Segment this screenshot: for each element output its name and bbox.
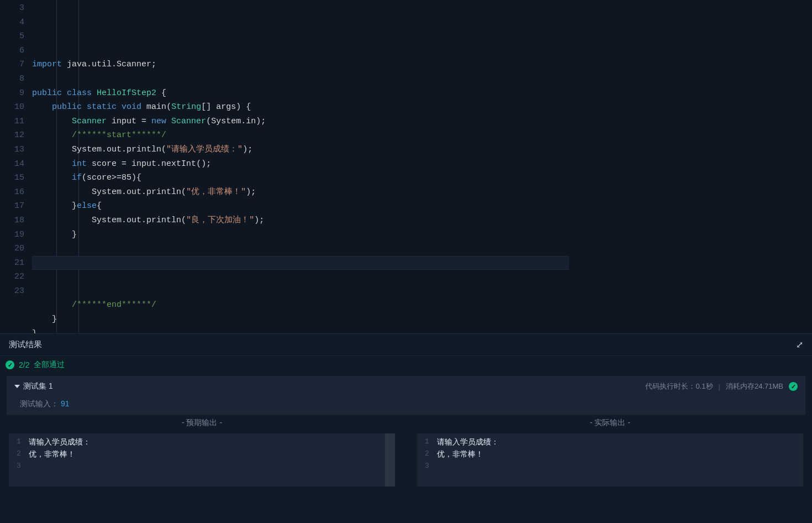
code-line[interactable]: Scanner input = new Scanner(System.in); bbox=[32, 114, 690, 129]
code-line[interactable]: }else{ bbox=[32, 199, 690, 213]
line-number: 23 bbox=[0, 284, 24, 299]
actual-label: - 实际输出 - bbox=[415, 415, 805, 433]
output-line bbox=[437, 460, 803, 472]
code-line[interactable]: int score = input.nextInt(); bbox=[32, 157, 690, 171]
code-line[interactable]: System.out.println("优，非常棒！"); bbox=[32, 185, 690, 200]
code-line[interactable] bbox=[32, 242, 690, 256]
separator: | bbox=[719, 383, 720, 391]
testset-input-row: 测试输入： 91 bbox=[7, 397, 805, 415]
actual-output-box[interactable]: 123 请输入学员成绩：优，非常棒！ bbox=[417, 433, 803, 487]
exec-time: 代码执行时长：0.1秒 bbox=[645, 381, 713, 391]
test-results-panel: 测试结果 ⤢ ✓ 2/2 全部通过 测试集 1 代码执行时长：0.1秒 | 消耗… bbox=[0, 333, 812, 523]
output-line bbox=[29, 460, 395, 472]
code-line[interactable] bbox=[32, 284, 690, 299]
code-line[interactable]: } bbox=[32, 327, 690, 333]
output-line: 请输入学员成绩： bbox=[29, 436, 395, 448]
memory-usage: 消耗内存24.71MB bbox=[726, 381, 783, 391]
expected-output-col: - 预期输出 - 123 请输入学员成绩：优，非常棒！ bbox=[7, 415, 397, 487]
line-number: 15 bbox=[0, 171, 24, 185]
line-number-gutter: 34567891011121314151617181920212223 bbox=[0, 0, 32, 333]
results-header: 测试结果 ⤢ bbox=[0, 334, 812, 356]
output-line: 优，非常棒！ bbox=[29, 448, 395, 460]
expand-icon[interactable]: ⤢ bbox=[796, 339, 803, 351]
status-text: 全部通过 bbox=[34, 360, 65, 370]
code-line[interactable]: /******end******/ bbox=[32, 298, 690, 312]
line-number: 12 bbox=[0, 128, 24, 143]
code-line[interactable]: System.out.println("良，下次加油！"); bbox=[32, 213, 690, 228]
actual-output-col: - 实际输出 - 123 请输入学员成绩：优，非常棒！ bbox=[415, 415, 805, 487]
line-number: 21 bbox=[0, 256, 24, 270]
line-number: 5 bbox=[0, 29, 24, 44]
scrollbar[interactable] bbox=[385, 433, 395, 487]
line-number: 7 bbox=[0, 57, 24, 72]
expected-output-box[interactable]: 123 请输入学员成绩：优，非常棒！ bbox=[9, 433, 395, 487]
output-line: 优，非常棒！ bbox=[437, 448, 803, 460]
line-number: 13 bbox=[0, 143, 24, 157]
line-number: 8 bbox=[0, 72, 24, 86]
input-label: 测试输入： bbox=[20, 399, 59, 408]
code-line[interactable]: public static void main(String[] args) { bbox=[32, 100, 690, 114]
testset-title: 测试集 1 bbox=[23, 381, 53, 391]
line-number: 14 bbox=[0, 157, 24, 171]
code-line[interactable]: System.out.println("请输入学员成绩："); bbox=[32, 143, 690, 157]
code-line[interactable]: import java.util.Scanner; bbox=[32, 57, 690, 72]
code-line[interactable]: public class HelloIfStep2 { bbox=[32, 86, 690, 101]
line-number: 16 bbox=[0, 185, 24, 200]
line-number: 17 bbox=[0, 199, 24, 213]
results-title: 测试结果 bbox=[9, 339, 42, 350]
output-line: 请输入学员成绩： bbox=[437, 436, 803, 448]
code-line[interactable]: } bbox=[32, 228, 690, 242]
chevron-down-icon bbox=[14, 385, 20, 388]
line-number: 2 bbox=[9, 448, 29, 460]
outputs-row: - 预期输出 - 123 请输入学员成绩：优，非常棒！ - 实际输出 - 123… bbox=[7, 415, 805, 487]
line-number: 3 bbox=[417, 460, 437, 472]
code-line[interactable]: if(score>=85){ bbox=[32, 171, 690, 185]
code-body[interactable]: import java.util.Scanner; public class H… bbox=[32, 0, 812, 333]
status-bar: ✓ 2/2 全部通过 bbox=[0, 356, 812, 374]
line-number: 19 bbox=[0, 228, 24, 242]
input-value: 91 bbox=[61, 399, 70, 408]
line-number: 3 bbox=[9, 460, 29, 472]
expected-label: - 预期输出 - bbox=[7, 415, 397, 433]
code-line[interactable]: } bbox=[32, 312, 690, 327]
code-line[interactable] bbox=[32, 270, 690, 284]
line-number: 11 bbox=[0, 114, 24, 129]
line-number: 18 bbox=[0, 213, 24, 228]
line-number: 9 bbox=[0, 86, 24, 101]
code-line[interactable]: /******start******/ bbox=[32, 128, 690, 143]
line-number: 20 bbox=[0, 242, 24, 256]
line-number: 1 bbox=[9, 436, 29, 448]
line-number: 3 bbox=[0, 1, 24, 15]
code-editor[interactable]: 34567891011121314151617181920212223 impo… bbox=[0, 0, 812, 333]
status-count: 2/2 bbox=[19, 360, 29, 369]
line-number: 10 bbox=[0, 100, 24, 114]
line-number: 1 bbox=[417, 436, 437, 448]
testset-block: 测试集 1 代码执行时长：0.1秒 | 消耗内存24.71MB ✓ 测试输入： … bbox=[7, 376, 805, 415]
checkmark-icon: ✓ bbox=[789, 382, 798, 391]
code-line[interactable] bbox=[32, 72, 690, 86]
line-number: 6 bbox=[0, 44, 24, 58]
line-number: 4 bbox=[0, 15, 24, 30]
testset-header[interactable]: 测试集 1 代码执行时长：0.1秒 | 消耗内存24.71MB ✓ bbox=[7, 376, 805, 397]
line-number: 2 bbox=[417, 448, 437, 460]
line-number: 22 bbox=[0, 270, 24, 284]
checkmark-icon: ✓ bbox=[6, 360, 14, 369]
code-line[interactable] bbox=[32, 256, 569, 270]
